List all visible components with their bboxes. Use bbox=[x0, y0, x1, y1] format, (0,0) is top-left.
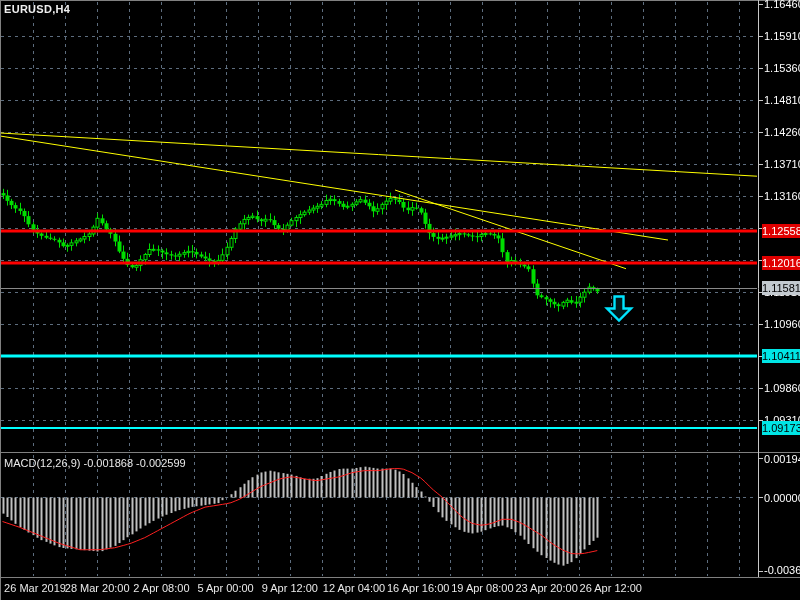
time-axis-label: 23 Apr 20:00 bbox=[515, 582, 577, 594]
time-axis-label: 26 Apr 12:00 bbox=[580, 582, 642, 594]
down-arrow-icon[interactable] bbox=[604, 295, 634, 323]
time-axis-label: 19 Apr 08:00 bbox=[451, 582, 513, 594]
price-level-tag[interactable]: 1.12016 bbox=[762, 256, 800, 270]
price-axis-tick: 1.15360 bbox=[764, 62, 800, 74]
price-level-tag[interactable]: 1.12558 bbox=[762, 224, 800, 238]
current-price-tag: 1.11581 bbox=[762, 281, 800, 295]
macd-axis-tick: -0.003674 bbox=[764, 564, 800, 576]
price-axis-tick: 1.13160 bbox=[764, 190, 800, 202]
symbol-timeframe-label: EURUSD,H4 bbox=[4, 3, 70, 15]
macd-axis-tick: 0.001944 bbox=[764, 453, 800, 465]
macd-axis-tick: 0.000000 bbox=[764, 492, 800, 504]
price-axis-tick: 1.14260 bbox=[764, 126, 800, 138]
time-axis-label: 16 Apr 16:00 bbox=[387, 582, 449, 594]
time-axis-label: 12 Apr 04:00 bbox=[323, 582, 385, 594]
time-axis-label: 9 Apr 12:00 bbox=[262, 582, 318, 594]
time-axis-label: 2 Apr 08:00 bbox=[133, 582, 189, 594]
price-axis-tick: 1.10960 bbox=[764, 318, 800, 330]
price-axis-tick: 1.16460 bbox=[764, 0, 800, 10]
macd-indicator-label: MACD(12,26,9) -0.001868 -0.002599 bbox=[4, 457, 186, 469]
chart-window: EURUSD,H4 MACD(12,26,9) -0.001868 -0.002… bbox=[0, 0, 800, 600]
price-level-tag[interactable]: 1.09173 bbox=[762, 421, 800, 435]
time-axis-label: 5 Apr 00:00 bbox=[197, 582, 253, 594]
time-axis-label: 26 Mar 2019 bbox=[4, 582, 66, 594]
price-axis-tick: 1.09860 bbox=[764, 382, 800, 394]
price-axis-tick: 1.15910 bbox=[764, 30, 800, 42]
price-chart-canvas[interactable] bbox=[0, 0, 800, 600]
time-axis-label: 28 Mar 20:00 bbox=[65, 582, 130, 594]
price-axis-tick: 1.13710 bbox=[764, 158, 800, 170]
price-axis-tick: 1.14810 bbox=[764, 94, 800, 106]
price-level-tag[interactable]: 1.10411 bbox=[762, 349, 800, 363]
